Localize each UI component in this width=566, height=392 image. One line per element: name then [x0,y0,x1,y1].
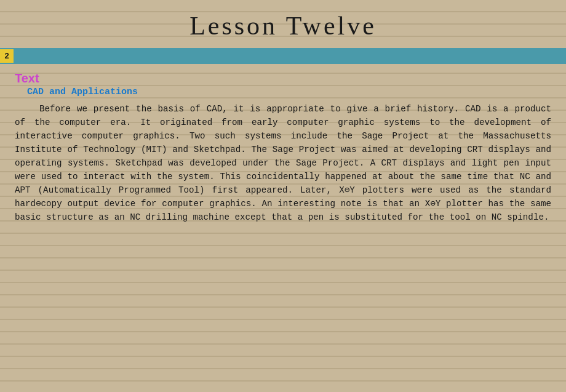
body-text: Before we present the basis of CAD, it i… [15,102,551,224]
subtitle: CAD and Applications [27,87,551,97]
section-label: Text [15,71,551,86]
body-paragraph: Before we present the basis of CAD, it i… [15,104,551,222]
page-title: Lesson Twelve [0,11,566,41]
slide-bar: 2 [0,48,566,64]
content-area: Text CAD and Applications Before we pres… [0,69,566,230]
page-background: Lesson Twelve 2 Text CAD and Application… [0,0,566,392]
indent-space [15,102,39,116]
slide-number: 2 [0,49,14,63]
title-area: Lesson Twelve [0,0,566,48]
